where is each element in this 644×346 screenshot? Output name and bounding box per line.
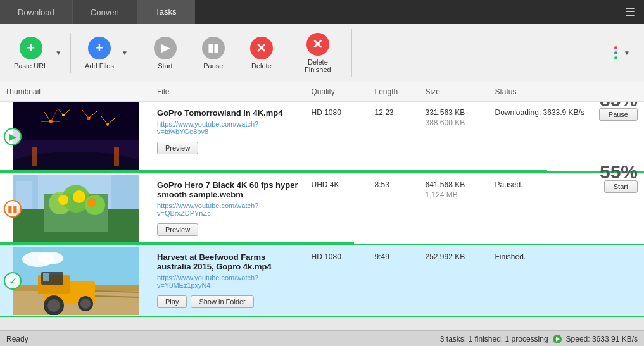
delete-icon: ✕ bbox=[250, 37, 273, 59]
status-icon-play: ▶ bbox=[4, 128, 22, 145]
pause-icon: ▮▮ bbox=[202, 37, 225, 59]
play-button-3[interactable]: Play bbox=[157, 295, 187, 308]
delete-finished-group: ✕ Delete Finished bbox=[287, 29, 352, 77]
file-actions-1: Preview bbox=[157, 142, 301, 154]
show-in-folder-button-3[interactable]: Show in Folder bbox=[191, 295, 253, 308]
task-list: ▶ bbox=[0, 102, 644, 330]
add-files-group: + Add Files ▼ bbox=[76, 33, 137, 73]
size-cell-2: 641,568 KB 1,124 MB bbox=[420, 174, 490, 206]
length-cell-1: 12:23 bbox=[370, 102, 420, 123]
delete-finished-button[interactable]: ✕ Delete Finished bbox=[291, 29, 345, 77]
size-value-2b: 1,124 MB bbox=[426, 190, 485, 199]
percent-2: 55% bbox=[600, 161, 638, 183]
col-file: File bbox=[152, 85, 306, 99]
dots-menu-button[interactable] bbox=[610, 42, 621, 63]
table-row: ▮▮ GoPro Hero 7 Black 4K bbox=[0, 174, 644, 245]
col-status: Status bbox=[490, 85, 645, 99]
delete-group: ✕ Delete bbox=[239, 33, 284, 73]
speed-icon bbox=[552, 334, 562, 344]
paste-url-group: + Paste URL ▼ bbox=[5, 33, 71, 73]
file-cell-3: Harvest at Beefwood Farms australia 2015… bbox=[152, 246, 306, 314]
delete-finished-icon: ✕ bbox=[306, 33, 329, 56]
col-thumbnail: Thumbnail bbox=[0, 85, 152, 99]
dot-blue bbox=[614, 51, 617, 54]
quality-value-2: UHD 4K bbox=[312, 180, 339, 189]
table-row: ▶ bbox=[0, 102, 644, 173]
quality-cell-1: HD 1080 bbox=[306, 102, 370, 123]
paste-url-button[interactable]: + Paste URL bbox=[9, 33, 53, 73]
status-bar-right: 3 tasks: 1 finished, 1 processing Speed:… bbox=[440, 334, 638, 344]
table-header: Thumbnail File Quality Length Size Statu… bbox=[0, 82, 644, 102]
file-name-2: GoPro Hero 7 Black 4K 60 fps hyper smoot… bbox=[157, 180, 301, 199]
file-url-3[interactable]: https://www.youtube.com/watch?v=Y0MEz1px… bbox=[157, 274, 301, 289]
status-bar: Ready 3 tasks: 1 finished, 1 processing … bbox=[0, 330, 644, 346]
status-text-2: Paused. bbox=[495, 180, 523, 189]
thumbnail-garden bbox=[13, 175, 139, 243]
menu-button[interactable]: ☰ bbox=[616, 0, 644, 24]
status-text-1: Downloading: 3633.9 KB/s bbox=[495, 108, 584, 117]
size-value-3: 252,992 KB bbox=[426, 252, 485, 261]
preview-button-1[interactable]: Preview bbox=[157, 142, 198, 154]
quality-cell-3: HD 1080 bbox=[306, 246, 370, 268]
tab-download[interactable]: Download bbox=[0, 0, 73, 24]
length-value-2: 8:53 bbox=[375, 180, 389, 189]
add-files-icon: + bbox=[88, 37, 111, 59]
length-value-1: 12:23 bbox=[375, 108, 394, 117]
svg-rect-39 bbox=[43, 273, 49, 281]
size-cell-1: 331,563 KB 388,600 KB bbox=[420, 102, 490, 133]
file-cell-1: GoPro Tomorrowland in 4K.mp4 https://www… bbox=[152, 102, 306, 161]
thumbnail-cell-2: ▮▮ bbox=[0, 174, 152, 244]
paste-url-dropdown[interactable]: ▼ bbox=[53, 48, 64, 58]
col-quality: Quality bbox=[306, 85, 370, 99]
thumbnail-cell-1: ▶ bbox=[0, 102, 152, 171]
size-cell-3: 252,992 KB bbox=[420, 246, 490, 268]
pause-group: ▮▮ Pause bbox=[191, 33, 236, 73]
start-button[interactable]: ▶ Start bbox=[146, 33, 184, 73]
dot-green bbox=[614, 56, 617, 59]
tab-convert[interactable]: Convert bbox=[73, 0, 138, 24]
svg-rect-17 bbox=[32, 147, 37, 166]
file-name-1: GoPro Tomorrowland in 4K.mp4 bbox=[157, 108, 301, 118]
col-length: Length bbox=[370, 85, 420, 99]
size-value-1b: 388,600 KB bbox=[426, 118, 485, 127]
delete-button[interactable]: ✕ Delete bbox=[243, 33, 281, 73]
toolbar-extra: ▼ bbox=[610, 42, 639, 63]
file-name-3: Harvest at Beefwood Farms australia 2015… bbox=[157, 252, 301, 271]
status-icon-check: ✓ bbox=[4, 272, 22, 290]
status-cell-3: Finished. bbox=[490, 246, 645, 268]
file-cell-2: GoPro Hero 7 Black 4K 60 fps hyper smoot… bbox=[152, 174, 306, 242]
preview-button-2[interactable]: Preview bbox=[157, 223, 198, 236]
quality-cell-2: UHD 4K bbox=[306, 174, 370, 195]
svg-point-41 bbox=[47, 299, 60, 312]
file-actions-2: Preview bbox=[157, 223, 301, 236]
start-group: ▶ Start bbox=[142, 33, 188, 73]
speed-label: Speed: 3633.91 KB/s bbox=[566, 335, 638, 343]
add-files-dropdown[interactable]: ▼ bbox=[119, 48, 130, 58]
status-cell-2: Paused. Start 55% bbox=[490, 174, 645, 195]
add-files-button[interactable]: + Add Files bbox=[80, 33, 119, 73]
start-icon: ▶ bbox=[154, 37, 177, 59]
tabs-bar: Download Convert Tasks ☰ bbox=[0, 0, 644, 24]
dots-dropdown[interactable]: ▼ bbox=[621, 48, 633, 58]
file-url-2[interactable]: https://www.youtube.com/watch?v=QBrxZDPY… bbox=[157, 202, 301, 217]
svg-point-43 bbox=[80, 299, 91, 309]
status-icon-pause: ▮▮ bbox=[4, 200, 22, 218]
svg-point-25 bbox=[58, 195, 68, 205]
quality-value-1: HD 1080 bbox=[312, 108, 341, 117]
ready-label: Ready bbox=[6, 335, 28, 343]
svg-point-27 bbox=[87, 198, 96, 207]
length-cell-2: 8:53 bbox=[370, 174, 420, 195]
thumbnail-fireworks bbox=[13, 102, 139, 171]
size-value-1: 331,563 KB bbox=[426, 108, 485, 117]
svg-rect-29 bbox=[111, 175, 139, 209]
tasks-summary: 3 tasks: 1 finished, 1 processing bbox=[440, 335, 548, 343]
table-row: ✓ bbox=[0, 246, 644, 317]
tab-tasks[interactable]: Tasks bbox=[137, 0, 194, 24]
status-cell-1: Downloading: 3633.9 KB/s Pause 85% bbox=[490, 102, 645, 123]
pause-button[interactable]: ▮▮ Pause bbox=[194, 33, 232, 73]
col-size: Size bbox=[420, 85, 490, 99]
thumbnail-farm bbox=[13, 247, 139, 315]
file-actions-3: Play Show in Folder bbox=[157, 295, 301, 308]
svg-point-26 bbox=[73, 190, 85, 203]
file-url-1[interactable]: https://www.youtube.com/watch?v=tdwbYGe8… bbox=[157, 120, 301, 135]
